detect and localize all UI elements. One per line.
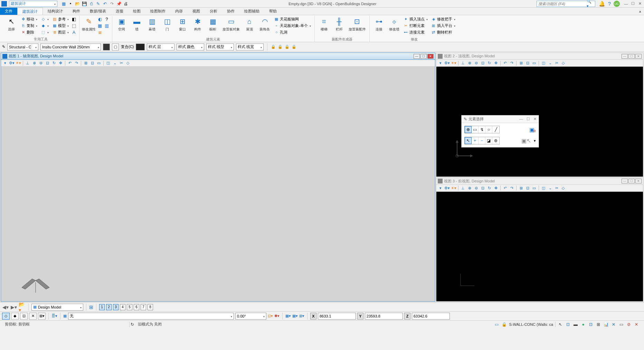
nav-back-button[interactable]: ◀▾ bbox=[2, 304, 9, 311]
tab-drawing[interactable]: 绘图 bbox=[128, 8, 145, 15]
tab-analyze[interactable]: 分析 bbox=[205, 8, 222, 15]
z-value[interactable]: 63342.6 bbox=[412, 313, 450, 320]
tab-content[interactable]: 内容 bbox=[170, 8, 188, 15]
vt-icon[interactable]: ▾ bbox=[438, 60, 443, 66]
vt-icon[interactable]: ⚙▾ bbox=[444, 60, 450, 66]
view-num-3[interactable]: 3 bbox=[113, 304, 119, 310]
connect-button[interactable]: ⊶连接 bbox=[372, 16, 386, 32]
snap-btn-4[interactable]: ✕ bbox=[29, 313, 37, 320]
tab-member[interactable]: 构件 bbox=[68, 8, 85, 15]
tool-a-icon[interactable]: ◧ bbox=[71, 16, 77, 22]
hole-button[interactable]: ○孔洞 bbox=[273, 29, 312, 35]
vt-icon[interactable]: ⌄ bbox=[547, 185, 553, 191]
blocks-icon[interactable]: ▦ bbox=[63, 314, 67, 318]
view-num-6[interactable]: 6 bbox=[134, 304, 139, 310]
wall-button[interactable]: ▬墙 bbox=[130, 16, 144, 32]
tab-help[interactable]: 帮助 bbox=[264, 8, 282, 15]
view-num-4[interactable]: 4 bbox=[120, 304, 125, 310]
vt-icon[interactable]: ↷ bbox=[509, 60, 514, 66]
roof-button[interactable]: ⌂屋顶 bbox=[242, 16, 257, 32]
view-min-button[interactable]: — bbox=[622, 54, 628, 59]
vt-icon[interactable]: ▾ bbox=[438, 185, 443, 191]
vt-icon[interactable]: ⌄ bbox=[547, 60, 553, 66]
vt-c2-icon[interactable]: ⊡ bbox=[89, 60, 95, 66]
hatch-btn[interactable]: ▢ bbox=[112, 44, 119, 50]
tool-b-icon[interactable]: ⬚ bbox=[71, 22, 77, 29]
prop-d-icon[interactable]: ? bbox=[104, 16, 110, 22]
vt-icon[interactable]: ✂ bbox=[554, 60, 559, 66]
vt-icon[interactable]: ⊡ bbox=[525, 60, 530, 66]
rect-select-icon[interactable]: ▣↖ bbox=[521, 138, 531, 144]
trim-button[interactable]: ◠装饰条 bbox=[257, 16, 272, 32]
sel-act-add[interactable]: + bbox=[472, 137, 479, 144]
element-selection-dialog[interactable]: ✎ 元素选择 — ☐ ✕ ⊕ ▭ ↯ ○ ╱ ▣ ⊘ ↖ + − bbox=[461, 115, 539, 148]
view-num-7[interactable]: 7 bbox=[141, 304, 146, 310]
vt-icon[interactable]: ◫ bbox=[541, 185, 546, 191]
tab-collab[interactable]: 协作 bbox=[222, 8, 239, 15]
open-icon[interactable]: 📂 bbox=[75, 1, 80, 7]
sel-act-sub[interactable]: − bbox=[479, 137, 485, 144]
color-swatch[interactable] bbox=[103, 44, 110, 50]
delete-button[interactable]: ✕删除 bbox=[19, 29, 39, 35]
vt-icon[interactable]: ⊞ bbox=[518, 185, 524, 191]
select-button[interactable]: ↖ 选择 bbox=[4, 16, 19, 32]
pin-icon[interactable]: 📌 bbox=[116, 1, 122, 7]
status-f-icon[interactable]: ⊞ bbox=[596, 322, 601, 327]
vt-icon[interactable]: ⊡ bbox=[525, 185, 530, 191]
vt-icon[interactable]: ↶ bbox=[502, 185, 508, 191]
ceilgrid-button[interactable]: ▦天花板轴网 bbox=[273, 16, 312, 22]
placeboard-button[interactable]: ▭放置板对象 bbox=[221, 16, 242, 32]
part-dropdown[interactable]: Insitu Concrete Wall 250mm bbox=[40, 44, 101, 50]
save2-icon[interactable]: ⎙ bbox=[88, 1, 94, 7]
tab-drawaid[interactable]: 绘图辅助 bbox=[239, 8, 264, 15]
connelem-button[interactable]: ⊷连接元素 bbox=[402, 29, 429, 35]
vt-icon[interactable]: ☀▾ bbox=[451, 60, 456, 66]
dlg-max-button[interactable]: ☐ bbox=[527, 117, 530, 121]
view-close-button[interactable]: ✕ bbox=[635, 179, 642, 183]
tab-struct[interactable]: 结构设计 bbox=[43, 8, 68, 15]
door-button[interactable]: ◫门 bbox=[160, 16, 174, 32]
ribbon-minimize[interactable]: ▴ bbox=[636, 8, 644, 15]
grid2-icon[interactable]: ▦▾ bbox=[292, 314, 298, 318]
bell-icon[interactable]: 🔔 bbox=[599, 1, 605, 7]
clipboard-icon[interactable]: ▦ bbox=[61, 1, 66, 7]
view-max-button[interactable]: ☐ bbox=[628, 179, 635, 183]
placeassy-button[interactable]: ⊡放置装配件 bbox=[347, 16, 367, 32]
sel-mode-lasso[interactable]: ↯ bbox=[479, 126, 485, 133]
undo-icon[interactable]: ↶ bbox=[102, 1, 108, 7]
view-num-5[interactable]: 5 bbox=[127, 304, 132, 310]
status-b-icon[interactable]: ⊡ bbox=[565, 322, 571, 327]
y-value[interactable]: 23593.8 bbox=[365, 313, 403, 320]
ref-button[interactable]: ▨参考 bbox=[51, 16, 70, 22]
sel-mode-block[interactable]: ▭ bbox=[472, 126, 479, 133]
style-color-dd[interactable]: 样式 颜色 bbox=[177, 44, 204, 50]
vt-icon[interactable]: ▭ bbox=[531, 60, 537, 66]
print-icon[interactable]: 🖨 bbox=[123, 1, 129, 7]
vt-d2-icon[interactable]: ⌄ bbox=[112, 60, 117, 66]
status-d-icon[interactable]: ● bbox=[580, 322, 586, 327]
help-icon[interactable]: ? bbox=[608, 1, 611, 7]
vt-icon[interactable]: ⚙▾ bbox=[444, 185, 450, 191]
rect-icon[interactable]: ▭ bbox=[494, 322, 499, 327]
view-1[interactable]: 视图 1 - 轴测视图, Design Model — ☐ ✕ ▾ ⚙▾ ☀▾ … bbox=[1, 53, 435, 302]
lock4-icon[interactable]: 🔒 bbox=[292, 45, 296, 49]
vt-icon[interactable]: ⊖ bbox=[473, 60, 479, 66]
vt-icon[interactable]: ↷ bbox=[509, 185, 514, 191]
vt-icon[interactable]: ⊖ bbox=[473, 185, 479, 191]
status-c-icon[interactable]: ▬ bbox=[573, 322, 578, 327]
lock3-icon[interactable]: 🔒 bbox=[285, 45, 290, 49]
row3-icons[interactable]: ⬚ bbox=[39, 29, 50, 35]
modifywall-button[interactable]: ⟐修改墙 bbox=[387, 16, 401, 32]
modhandle-button[interactable]: ◈修改把手 bbox=[430, 16, 457, 22]
vt-icon[interactable]: ⊡ bbox=[480, 60, 485, 66]
view-max-button[interactable]: ☐ bbox=[628, 54, 635, 59]
prop-a-icon[interactable]: ◐ bbox=[97, 16, 103, 22]
vt-zoomout-icon[interactable]: ⊖ bbox=[38, 60, 44, 66]
none-dropdown[interactable]: 无 bbox=[68, 313, 234, 320]
sel-mode-circle[interactable]: ○ bbox=[485, 126, 492, 133]
prop-c-icon[interactable]: ≣ bbox=[97, 29, 103, 35]
vt-icon[interactable]: ↶ bbox=[502, 60, 508, 66]
snap-btn-2[interactable]: ◆ bbox=[11, 313, 19, 320]
vt-icon[interactable]: ↻ bbox=[486, 60, 492, 66]
insplatform-button[interactable]: ⊞插入平台 bbox=[430, 22, 457, 29]
